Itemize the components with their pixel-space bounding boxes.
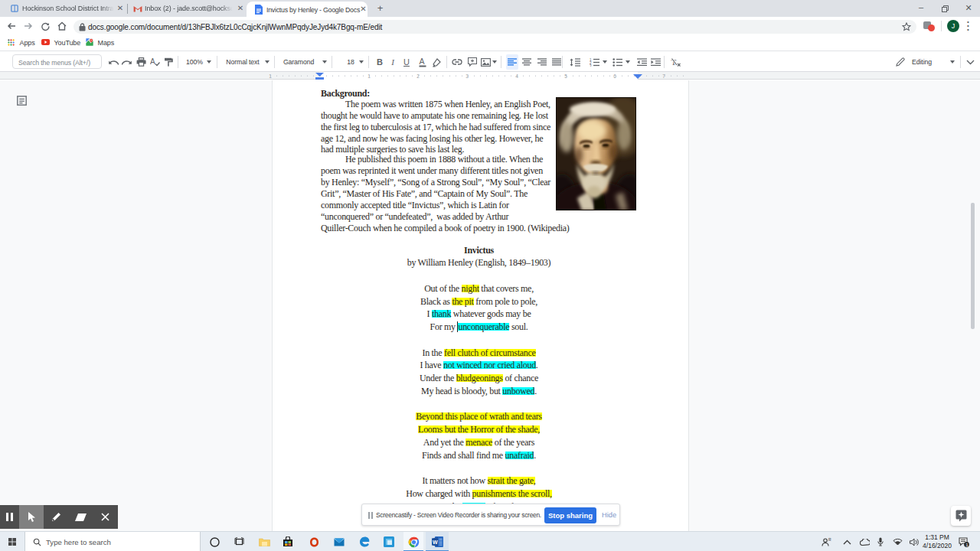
- svg-text:A: A: [419, 57, 424, 66]
- svg-text:7: 7: [662, 73, 665, 79]
- svg-text:5: 5: [564, 73, 567, 79]
- svg-text:3: 3: [466, 73, 469, 79]
- svg-text:2: 2: [416, 73, 420, 79]
- svg-text:R: R: [828, 538, 831, 542]
- svg-text:A: A: [150, 57, 155, 66]
- svg-text:1: 1: [368, 73, 371, 79]
- svg-text:1: 1: [269, 73, 272, 79]
- svg-text:4: 4: [515, 73, 518, 79]
- svg-text:3: 3: [590, 64, 592, 67]
- svg-text:6: 6: [613, 73, 616, 79]
- svg-text:W: W: [433, 540, 438, 545]
